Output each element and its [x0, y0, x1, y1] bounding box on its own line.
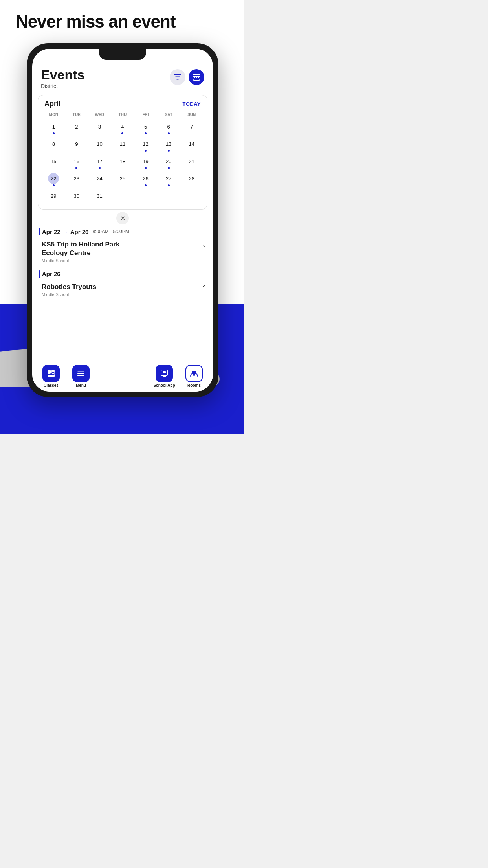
cal-day-31[interactable]: 31 [88, 189, 111, 205]
filter-button[interactable] [170, 69, 185, 85]
cal-day-17[interactable]: 17 [88, 154, 111, 171]
cal-day-6[interactable]: 6 [157, 120, 180, 136]
cal-day-22[interactable]: 22 [42, 171, 65, 188]
events-list: Apr 22 → Apr 26 8:00AM - 5:00PM KS5 Trip… [32, 228, 213, 299]
svg-rect-5 [197, 74, 198, 75]
cal-day-1[interactable]: 1 [42, 120, 65, 136]
event-chevron-2[interactable]: ⌃ [202, 284, 207, 291]
svg-rect-9 [198, 77, 199, 78]
event-name-2: Robotics Tryouts [42, 283, 96, 291]
cal-day-2[interactable]: 2 [65, 120, 88, 136]
cal-day-20[interactable]: 20 [157, 154, 180, 171]
cal-day-13[interactable]: 13 [157, 137, 180, 153]
close-calendar-button[interactable]: ✕ [32, 212, 213, 224]
rooms-icon-box [185, 365, 203, 382]
cal-day-30[interactable]: 30 [65, 189, 88, 205]
event-chevron-1[interactable]: ⌄ [202, 242, 207, 248]
svg-rect-2 [176, 79, 179, 80]
cal-day-14[interactable]: 14 [180, 137, 203, 153]
event-date-to-1: Apr 26 [70, 228, 89, 235]
calendar-days: 1234567891011121314151617181920212223242… [42, 120, 203, 205]
events-header: Events District [32, 60, 213, 93]
event-school-2: Middle School [42, 292, 96, 297]
calendar-grid: MON TUE WED THU FRI SAT SUN 123456789101… [42, 111, 203, 205]
weekday-sun: SUN [180, 111, 203, 118]
event-date-from-1: Apr 22 [42, 228, 61, 235]
calendar-today-button[interactable]: TODAY [182, 101, 201, 107]
event-item-1[interactable]: KS5 Trip to Holland ParkEcology Centre M… [39, 239, 207, 265]
calendar-weekdays: MON TUE WED THU FRI SAT SUN [42, 111, 203, 118]
cal-day-26[interactable]: 26 [134, 171, 157, 188]
weekday-mon: MON [42, 111, 65, 118]
cal-day-29[interactable]: 29 [42, 189, 65, 205]
nav-schoolapp[interactable]: School App [149, 362, 179, 391]
header-icons [170, 69, 204, 85]
cal-day-10[interactable]: 10 [88, 137, 111, 153]
svg-rect-6 [193, 76, 200, 77]
bottom-nav: Classes Menu [32, 360, 213, 392]
cal-day-4[interactable]: 4 [111, 120, 134, 136]
phone-frame: Events District [27, 43, 218, 397]
event-name-1: KS5 Trip to Holland ParkEcology Centre [42, 240, 119, 257]
cal-day-24[interactable]: 24 [88, 171, 111, 188]
nav-rooms[interactable]: Rooms [179, 362, 209, 391]
cal-day-21[interactable]: 21 [180, 154, 203, 171]
nav-classes[interactable]: Classes [36, 362, 66, 391]
event-date-header-1: Apr 22 → Apr 26 8:00AM - 5:00PM [39, 228, 207, 235]
svg-rect-21 [163, 371, 166, 373]
cal-day-15[interactable]: 15 [42, 154, 65, 171]
cal-day-8[interactable]: 8 [42, 137, 65, 153]
svg-rect-17 [77, 375, 84, 376]
nav-schoolapp-label: School App [153, 383, 175, 388]
weekday-wed: WED [88, 111, 111, 118]
svg-rect-10 [48, 370, 51, 374]
menu-icon-box [72, 365, 90, 382]
weekday-thu: THU [111, 111, 134, 118]
cal-day-12[interactable]: 12 [134, 137, 157, 153]
cal-day-empty [157, 189, 180, 205]
events-subtitle: District [41, 83, 85, 89]
svg-rect-15 [77, 371, 84, 372]
cal-day-3[interactable]: 3 [88, 120, 111, 136]
events-title-group: Events District [41, 68, 85, 89]
cal-day-9[interactable]: 9 [65, 137, 88, 153]
weekday-sat: SAT [157, 111, 180, 118]
cal-day-empty [180, 189, 203, 205]
calendar-month: April [44, 100, 61, 108]
calendar-view-button[interactable] [189, 69, 204, 85]
cal-day-11[interactable]: 11 [111, 137, 134, 153]
svg-rect-8 [196, 77, 197, 78]
cal-day-25[interactable]: 25 [111, 171, 134, 188]
classes-icon-box [42, 365, 60, 382]
events-title: Events [41, 68, 85, 82]
cal-day-19[interactable]: 19 [134, 154, 157, 171]
calendar-nav: April TODAY [42, 100, 203, 108]
nav-menu-label: Menu [76, 383, 86, 388]
screen-content: Events District [32, 60, 213, 392]
event-date-from-2: Apr 26 [42, 270, 61, 277]
weekday-tue: TUE [65, 111, 88, 118]
svg-rect-12 [48, 375, 55, 377]
event-item-2[interactable]: Robotics Tryouts Middle School ⌃ [39, 281, 207, 299]
close-circle-icon[interactable]: ✕ [116, 212, 129, 224]
schoolapp-icon-box [156, 365, 173, 382]
event-group-2: Apr 26 Robotics Tryouts Middle School ⌃ [39, 270, 207, 299]
nav-rooms-label: Rooms [187, 383, 201, 388]
nav-menu[interactable]: Menu [66, 362, 96, 391]
event-time-1: 8:00AM - 5:00PM [92, 229, 129, 234]
svg-rect-7 [194, 77, 195, 78]
cal-day-28[interactable]: 28 [180, 171, 203, 188]
cal-day-16[interactable]: 16 [65, 154, 88, 171]
svg-rect-1 [175, 77, 180, 78]
event-info-1: KS5 Trip to Holland ParkEcology Centre M… [42, 240, 119, 263]
cal-day-27[interactable]: 27 [157, 171, 180, 188]
date-bar-1 [39, 228, 40, 235]
cal-day-7[interactable]: 7 [180, 120, 203, 136]
cal-day-18[interactable]: 18 [111, 154, 134, 171]
svg-rect-16 [77, 373, 84, 374]
phone-notch [99, 49, 146, 60]
cal-day-5[interactable]: 5 [134, 120, 157, 136]
calendar: April TODAY MON TUE WED THU FRI SAT SUN … [38, 95, 207, 210]
nav-classes-label: Classes [44, 383, 59, 388]
cal-day-23[interactable]: 23 [65, 171, 88, 188]
